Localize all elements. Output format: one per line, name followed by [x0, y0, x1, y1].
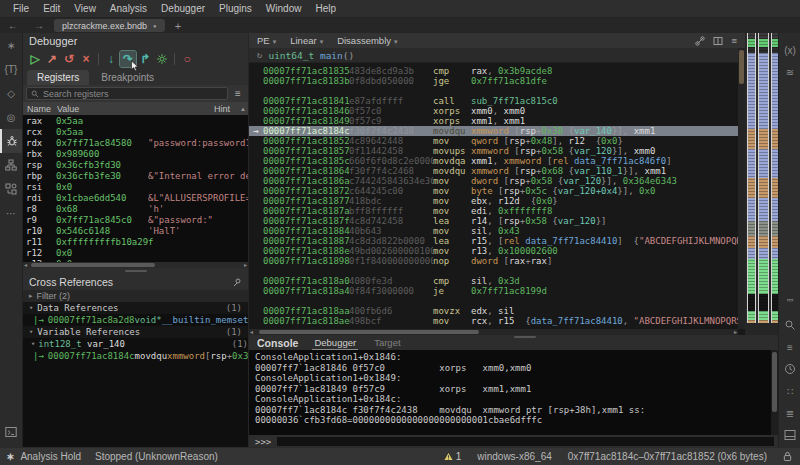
- mini-graph-icon[interactable]: [0, 153, 22, 177]
- register-value[interactable]: 0x36cfb3fd30: [56, 160, 148, 170]
- more-icon[interactable]: ⋯: [0, 201, 22, 225]
- console-input[interactable]: [277, 437, 774, 446]
- possible-values-icon[interactable]: (x): [779, 39, 800, 61]
- disasm-line[interactable]: [249, 296, 738, 306]
- analysis-status-icon[interactable]: ∗: [0, 451, 20, 462]
- register-menu-icon[interactable]: ≡: [231, 88, 245, 99]
- memory-map-icon[interactable]: ◎: [0, 105, 22, 129]
- layout-panel-icon[interactable]: [779, 424, 800, 446]
- register-value[interactable]: 0x0: [56, 248, 148, 258]
- instruction-address[interactable]: 00007ff71ac81872: [263, 186, 349, 196]
- register-value[interactable]: 0x546c6148: [56, 226, 148, 236]
- disasm-line[interactable]: 00007ff71ac8183b0f8dbd050000jge0x7ff71ac…: [249, 76, 738, 86]
- stack-view-icon[interactable]: ≋: [779, 61, 800, 83]
- log-icon[interactable]: ≡: [779, 336, 800, 358]
- forward-button[interactable]: →: [26, 20, 52, 31]
- instruction-address[interactable]: 00007ff71ac8185c: [263, 156, 349, 166]
- disasm-line[interactable]: [249, 266, 738, 276]
- restart-button[interactable]: ↺: [61, 51, 77, 67]
- disasm-line[interactable]: 00007ff71ac81864f30f7f4c2468movdquxmmwor…: [249, 166, 738, 176]
- instruction-address[interactable]: 00007ff71ac8187f: [263, 216, 349, 226]
- console-resize-handle[interactable]: [514, 336, 536, 338]
- view-menu-icon[interactable]: ≡: [731, 35, 737, 46]
- terminal-icon[interactable]: [0, 420, 22, 444]
- register-value[interactable]: 0x68: [56, 204, 148, 214]
- instruction-address[interactable]: 00007ff71ac818a4: [263, 286, 349, 296]
- view-type-dropdown[interactable]: PE▾: [257, 35, 276, 46]
- feature-map-column[interactable]: [758, 33, 769, 323]
- register-row[interactable]: rbp0x36cfb3fe30&"Internal error decod: [23, 170, 248, 181]
- pin-icon[interactable]: [232, 277, 242, 287]
- new-tab-button[interactable]: +: [165, 20, 191, 32]
- register-value[interactable]: 0x989600: [56, 149, 148, 159]
- column-name[interactable]: Name: [23, 104, 57, 114]
- column-hint[interactable]: Hint: [149, 104, 240, 114]
- xref-entry[interactable]: |→00007ff71ac8184c movdqu xmmword [rsp+0…: [23, 350, 248, 362]
- disasm-line[interactable]: 00007ff71ac8188440b643movsil, 0x43: [249, 226, 738, 236]
- disasm-line[interactable]: 00007ff71ac8185c660f6f0d8c2e0000movdqaxm…: [249, 156, 738, 166]
- disasm-line[interactable]: 00007ff71ac81835483de8cd9a3bcmprax, 0x3b…: [249, 66, 738, 76]
- find-icon[interactable]: [779, 314, 800, 336]
- disasm-line[interactable]: 00007ff71ac818874c8d3d822b0000lear15, [r…: [249, 236, 738, 246]
- stack-panel-icon[interactable]: ≣: [779, 402, 800, 424]
- instruction-address[interactable]: 00007ff71ac81846: [263, 106, 349, 116]
- instruction-address[interactable]: 00007ff71ac8183b: [263, 76, 349, 86]
- disasm-line[interactable]: 00007ff71ac818a40f84f3000000je0x7ff71ac8…: [249, 286, 738, 296]
- disasm-line[interactable]: 00007ff71ac818460f57c0xorpsxmm0, xmm0: [249, 106, 738, 116]
- instruction-address[interactable]: 00007ff71ac81877: [263, 196, 349, 206]
- disasm-line[interactable]: 00007ff71ac818524c89642448movqword [rsp+…: [249, 136, 738, 146]
- instruction-address[interactable]: 00007ff71ac81835: [263, 66, 349, 76]
- step-into-button[interactable]: ↓: [103, 51, 119, 67]
- history-icon[interactable]: [779, 358, 800, 380]
- register-row[interactable]: rdx0x7ff71ac84580"password:password123": [23, 137, 248, 148]
- instruction-address[interactable]: 00007ff71ac818aa: [263, 306, 349, 316]
- disasm-line[interactable]: 00007ff71ac81841e87afdffffcallsub_7ff71a…: [249, 96, 738, 106]
- tab-debugger-console[interactable]: Debugger: [312, 336, 358, 350]
- instruction-address[interactable]: 00007ff71ac81841: [263, 96, 349, 106]
- instruction-address[interactable]: 00007ff71ac81864: [263, 166, 349, 176]
- representation-dropdown[interactable]: Disassembly▾: [337, 35, 397, 46]
- warning-indicator[interactable]: 1: [444, 451, 462, 462]
- components-icon[interactable]: [0, 177, 22, 201]
- menu-item-view[interactable]: View: [67, 3, 103, 14]
- menu-item-help[interactable]: Help: [308, 3, 343, 14]
- disasm-line[interactable]: 00007ff71ac818ae498bcfmovrcx, r15 {data_…: [249, 316, 738, 326]
- layout-dropdown[interactable]: Linear▾: [290, 35, 323, 46]
- feature-map-column[interactable]: [747, 33, 756, 323]
- menu-item-file[interactable]: File: [6, 3, 36, 14]
- register-row[interactable]: rsp0x36cfb3fd30: [23, 159, 248, 170]
- register-value[interactable]: 0x7ff71ac84580: [56, 138, 148, 148]
- register-row[interactable]: rbx0x989600: [23, 148, 248, 159]
- disasm-line[interactable]: 00007ff71ac8187abff8ffffffmovedi, 0xffff…: [249, 206, 738, 216]
- strings-panel-icon[interactable]: ””: [779, 292, 800, 314]
- xref-entry[interactable]: |→00007ff71ac8a2d8 void* __builtin_memse…: [23, 314, 248, 326]
- search-registers-input[interactable]: Search registers: [26, 87, 228, 100]
- instruction-address[interactable]: 00007ff71ac818a0: [263, 276, 349, 286]
- register-value[interactable]: 0x1cbae6dd540: [56, 193, 148, 203]
- instruction-address[interactable]: 00007ff71ac81898: [263, 256, 349, 266]
- lock-icon[interactable]: [783, 451, 792, 462]
- step-out-button[interactable]: ↱: [137, 51, 153, 67]
- disasm-line[interactable]: 00007ff71ac818a04080fe3dcmpsil, 0x3d: [249, 276, 738, 286]
- attach-button[interactable]: ↗: [44, 51, 60, 67]
- disasm-line[interactable]: 00007ff71ac81872c644245c00movbyte [rsp+0…: [249, 186, 738, 196]
- instruction-address[interactable]: 00007ff71ac8184c: [263, 126, 349, 136]
- register-hscrollbar[interactable]: ◂ ▸: [23, 262, 248, 268]
- register-row[interactable]: rsi0x0: [23, 181, 248, 192]
- xref-section-header[interactable]: ▾Variable References(1): [23, 326, 248, 338]
- disassembly-vscrollbar[interactable]: [738, 48, 745, 329]
- menu-item-analysis[interactable]: Analysis: [103, 3, 154, 14]
- disasm-line[interactable]: 00007ff71ac818570f11442458movupsxmmword …: [249, 146, 738, 156]
- instruction-address[interactable]: 00007ff71ac81884: [263, 226, 349, 236]
- instruction-address[interactable]: 00007ff71ac818ae: [263, 316, 349, 326]
- disasm-line[interactable]: 00007ff71ac8188e49bd002600000100_movr13,…: [249, 246, 738, 256]
- console-output[interactable]: ConsoleApplication1+0x1846:00007ff7`1ac8…: [249, 350, 771, 435]
- menu-item-window[interactable]: Window: [259, 3, 309, 14]
- register-row[interactable]: r110xfffffffffb10a29f: [23, 236, 248, 247]
- instruction-address[interactable]: 00007ff71ac81857: [263, 146, 349, 156]
- step-over-button[interactable]: ↷: [120, 51, 136, 67]
- debug-settings-button[interactable]: [154, 51, 170, 67]
- pause-button[interactable]: ○: [179, 51, 195, 67]
- menu-item-edit[interactable]: Edit: [36, 3, 67, 14]
- debugger-icon[interactable]: [0, 129, 22, 153]
